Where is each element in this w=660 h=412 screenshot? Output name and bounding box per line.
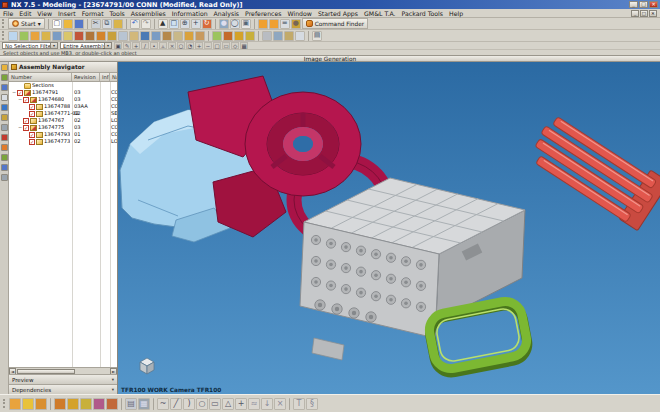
separator[interactable] <box>258 31 259 41</box>
tree-row[interactable]: − ✓ 13674775 03 CO <box>9 124 117 131</box>
display-checkbox[interactable]: ✓ <box>17 90 23 96</box>
separator[interactable] <box>208 31 209 41</box>
shaded-view-icon[interactable]: ● <box>219 19 229 29</box>
offset-surface-icon[interactable] <box>184 31 194 41</box>
line-icon[interactable]: ╱ <box>170 398 182 410</box>
selection-arrow-icon[interactable]: ▲ <box>158 19 168 29</box>
display-checkbox[interactable]: ✓ <box>23 118 29 124</box>
separator[interactable] <box>154 19 155 29</box>
snap-view-1-icon[interactable] <box>258 19 268 29</box>
shell-icon[interactable] <box>129 31 139 41</box>
grid-display-icon[interactable]: ▦ <box>138 398 150 410</box>
new-icon[interactable]: ▢ <box>52 19 62 29</box>
render-style-icon[interactable]: ● <box>291 19 301 29</box>
undo-icon[interactable]: ↶ <box>130 19 140 29</box>
paste-icon[interactable] <box>113 19 123 29</box>
snap-point-icon[interactable]: + <box>132 42 140 49</box>
bounded-plane-icon[interactable]: ▭ <box>222 42 230 49</box>
tree-row[interactable]: Sections <box>9 82 117 89</box>
project-curve-icon[interactable]: ↓ <box>261 398 273 410</box>
menu-item[interactable]: Packard Tools <box>402 10 443 17</box>
toolbar-grip[interactable] <box>2 31 5 40</box>
tree-row[interactable]: ✓ 13674788 03AA CO <box>9 103 117 110</box>
control-point-icon[interactable]: ▵ <box>159 42 167 49</box>
assembly-navigator-header[interactable]: Assembly Navigator <box>9 62 117 73</box>
snap-view-2-icon[interactable] <box>269 19 279 29</box>
open-component-icon[interactable] <box>22 398 34 410</box>
make-work-part-icon[interactable] <box>35 398 47 410</box>
assembly-tools-icon[interactable] <box>9 398 21 410</box>
move-component-icon[interactable] <box>234 31 244 41</box>
section-view-icon[interactable] <box>273 31 283 41</box>
circle-icon[interactable]: ○ <box>196 398 208 410</box>
subtract-icon[interactable] <box>85 31 95 41</box>
close-button[interactable]: ✕ <box>649 1 658 8</box>
graphics-window-caption[interactable]: Image Generation <box>0 55 660 62</box>
pattern-feature-icon[interactable] <box>162 31 172 41</box>
edit-object-display-icon[interactable] <box>284 31 294 41</box>
revolve-icon[interactable] <box>41 31 51 41</box>
operation-navigator-icon[interactable] <box>1 94 8 101</box>
studio-spline-icon[interactable]: ~ <box>157 398 169 410</box>
selection-filter-dropdown[interactable]: No Selection Filter ▾ <box>2 42 58 49</box>
separator[interactable] <box>308 31 309 41</box>
part-navigator-icon[interactable] <box>1 84 8 91</box>
process-studio-icon[interactable] <box>1 134 8 141</box>
column-number[interactable]: Number <box>9 73 72 81</box>
draft-icon[interactable] <box>118 31 128 41</box>
mdi-restore-button[interactable]: □ <box>640 10 648 17</box>
window-layout-icon[interactable]: ▣ <box>241 19 251 29</box>
separator[interactable] <box>50 398 51 410</box>
menu-item[interactable]: Tools <box>110 10 125 17</box>
highlight-icon[interactable]: ✎ <box>123 42 131 49</box>
tree-row[interactable]: ✓ 13674771-02 02 SE <box>9 110 117 117</box>
tree-row[interactable]: − ✓ 13674791 03 CO <box>9 89 117 96</box>
toolbar-grip[interactable] <box>3 399 6 408</box>
separator[interactable] <box>215 19 216 29</box>
chamfer-icon[interactable] <box>107 31 117 41</box>
redo-icon[interactable]: ↷ <box>141 19 151 29</box>
general-selection-icon[interactable]: ▣ <box>114 42 122 49</box>
history-icon[interactable] <box>1 114 8 121</box>
menu-item[interactable]: Edit <box>19 10 31 17</box>
pan-icon[interactable]: + <box>191 19 201 29</box>
menu-item[interactable]: View <box>37 10 52 17</box>
menu-item[interactable]: Started Apps <box>318 10 358 17</box>
mdi-close-button[interactable]: ✕ <box>649 10 657 17</box>
menu-item[interactable]: File <box>3 10 13 17</box>
cut-icon[interactable]: ✂ <box>91 19 101 29</box>
dependencies-section[interactable]: Dependencies ▾ <box>9 384 117 394</box>
thicken-icon[interactable] <box>195 31 205 41</box>
menu-item[interactable]: Format <box>82 10 104 17</box>
sketch-icon[interactable] <box>8 31 18 41</box>
zoom-icon[interactable]: ⊕ <box>180 19 190 29</box>
preview-section[interactable]: Preview ▾ <box>9 374 117 384</box>
mdi-minimize-button[interactable]: _ <box>631 10 639 17</box>
graphics-viewport[interactable]: TFR100 WORK Camera TFR100 <box>118 62 660 394</box>
menu-item[interactable]: Analysis <box>214 10 240 17</box>
save-icon[interactable] <box>74 19 84 29</box>
fit-view-icon[interactable]: □ <box>169 19 179 29</box>
rotate-view-icon[interactable]: ↻ <box>202 19 212 29</box>
separator[interactable] <box>121 398 122 410</box>
equals-display-icon[interactable]: = <box>280 19 290 29</box>
pattern-component-icon[interactable] <box>80 398 92 410</box>
sketch-preferences-icon[interactable]: ▤ <box>125 398 137 410</box>
measure-distance-icon[interactable] <box>262 31 272 41</box>
point-icon[interactable]: + <box>235 398 247 410</box>
replace-component-icon[interactable] <box>93 398 105 410</box>
manufacturing-wizards-icon[interactable] <box>1 144 8 151</box>
toolbar-grip[interactable] <box>2 19 5 28</box>
menu-item[interactable]: Help <box>449 10 463 17</box>
assembly-navigator-icon[interactable] <box>1 64 8 71</box>
column-name[interactable]: Name <box>110 73 117 81</box>
quadrant-point-icon[interactable]: ◔ <box>186 42 194 49</box>
horizontal-scrollbar[interactable]: ◄ ► <box>9 367 117 374</box>
menu-item[interactable]: Window <box>287 10 311 17</box>
polygon-icon[interactable]: △ <box>222 398 234 410</box>
menu-item[interactable]: Insert <box>58 10 76 17</box>
edge-blend-icon[interactable] <box>96 31 106 41</box>
offset-curve-icon[interactable]: ≈ <box>248 398 260 410</box>
wireframe-view-icon[interactable]: ◯ <box>230 19 240 29</box>
assembly-constraints-icon[interactable] <box>223 31 233 41</box>
